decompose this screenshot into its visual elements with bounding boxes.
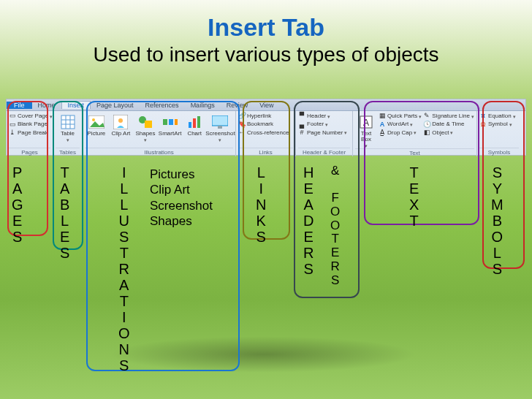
slide-title: Insert Tab: [0, 0, 532, 42]
label-tables: TABLES: [60, 164, 71, 261]
label-text: TEXT: [409, 164, 420, 229]
callout-text: [364, 101, 479, 225]
label-symbols: SYMBOLS: [491, 164, 505, 277]
label-footers: & FOOTERS: [330, 164, 341, 287]
label-illustrations: ILLUSTRATIONS: [118, 164, 132, 373]
illus-sublist: Pictures Clip Art Screenshot Shapes: [150, 167, 213, 229]
slide-subtitle: Used to insert various types of objects: [0, 43, 532, 66]
callout-illustrations: [86, 101, 240, 371]
label-headers: HEADERS: [303, 164, 315, 277]
label-pages: PAGES: [12, 164, 25, 245]
label-links: LINKS: [256, 164, 267, 245]
